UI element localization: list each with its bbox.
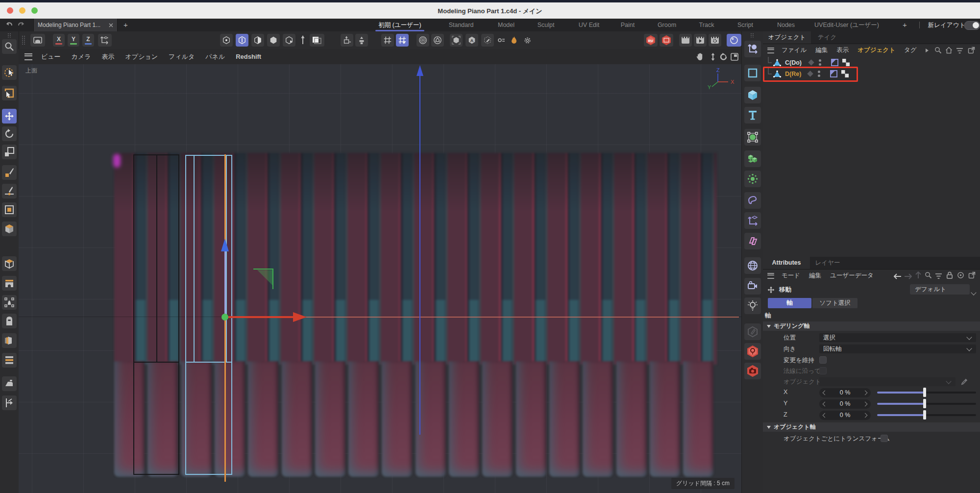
snap-align-icon[interactable] — [2, 395, 17, 410]
gizmo-plane-handle-v[interactable] — [272, 269, 273, 289]
attr-new-window-icon[interactable] — [968, 271, 976, 281]
menu-options[interactable]: オプション — [125, 52, 158, 61]
redshift-light-icon[interactable] — [744, 343, 761, 360]
new-layout-button[interactable]: 新レイアウト — [928, 19, 965, 31]
attr-filter-icon[interactable] — [935, 272, 942, 281]
model-mode-icon[interactable] — [267, 34, 280, 47]
om-filter-icon[interactable] — [956, 47, 963, 56]
phong-tag-icon[interactable] — [831, 59, 838, 66]
preset-chevron-icon[interactable] — [972, 288, 976, 296]
axis-x-lock-button[interactable]: X — [53, 34, 65, 47]
gizmo-x-arrow[interactable] — [293, 312, 307, 322]
boolean-slice-icon[interactable] — [2, 333, 17, 348]
layout-tab-sculpt[interactable]: Sculpt — [538, 19, 555, 31]
toolbar-grip[interactable] — [22, 35, 25, 45]
document-tab[interactable]: Modeling Piano Part 1... — [33, 19, 118, 31]
mode-tab-soft-selection[interactable]: ソフト選択 — [812, 298, 858, 308]
object-axis-section-header[interactable]: オブジェクト軸 — [763, 422, 980, 432]
layout-tab-paint[interactable]: Paint — [621, 19, 635, 31]
enable-axis-icon[interactable] — [341, 34, 353, 47]
layer-diamond-icon[interactable] — [808, 59, 815, 66]
light-icon[interactable] — [744, 297, 761, 314]
tab-objects[interactable]: オブジェクト — [763, 31, 811, 44]
instance-icon[interactable] — [744, 233, 761, 249]
rotate-tool-icon[interactable] — [2, 126, 17, 141]
rectangle-selection-icon[interactable] — [2, 86, 17, 100]
om-new-window-icon[interactable] — [968, 47, 975, 56]
close-tab-icon[interactable] — [109, 23, 113, 27]
visibility-toggle-icon[interactable] — [497, 34, 506, 47]
redshift-material-icon[interactable] — [744, 323, 761, 340]
viewport-button-icon[interactable] — [30, 34, 45, 47]
attr-menu-mode[interactable]: モード — [782, 271, 800, 280]
orientation-dropdown[interactable]: 回転軸 — [819, 345, 976, 353]
z-slider[interactable] — [877, 410, 976, 420]
subdivision-generator-icon[interactable] — [744, 129, 761, 146]
render-animation-icon[interactable] — [694, 34, 707, 47]
viewport-menu-icon[interactable] — [24, 53, 32, 60]
axis-y-lock-button[interactable]: Y — [68, 34, 79, 47]
extrude-cube-icon[interactable] — [2, 256, 17, 271]
modeling-axis-section-header[interactable]: モデリング軸 — [763, 321, 980, 331]
text-object-icon[interactable] — [744, 107, 761, 123]
x-slider[interactable] — [877, 387, 976, 398]
layout-lock-toggle[interactable] — [964, 21, 980, 30]
om-menu-file[interactable]: ファイル — [782, 46, 807, 54]
null-axis-icon[interactable] — [744, 212, 761, 229]
mode-tab-axis[interactable]: 軸 — [768, 298, 811, 308]
volume-mesh-icon[interactable] — [2, 314, 17, 328]
om-search-icon[interactable] — [934, 47, 942, 56]
iron-tool-icon[interactable] — [2, 376, 17, 391]
redshift-camera-icon[interactable] — [744, 363, 761, 379]
add-layout-button[interactable]: + — [903, 19, 907, 31]
render-view-icon[interactable] — [679, 34, 692, 47]
solo-dotted-icon[interactable] — [481, 34, 494, 47]
rotation-quantize-icon[interactable] — [431, 34, 444, 47]
render-settings-icon[interactable] — [709, 34, 721, 47]
gizmo-x-shaft[interactable] — [228, 316, 293, 318]
field-generator-icon[interactable] — [744, 171, 761, 187]
layout-tab-model[interactable]: Model — [498, 19, 514, 31]
layout-tab-track[interactable]: Track — [699, 19, 714, 31]
pan-hand-icon[interactable] — [696, 53, 704, 63]
points-mode-icon[interactable] — [220, 34, 233, 47]
om-home-icon[interactable] — [945, 47, 953, 56]
z-spinner[interactable]: 0 % — [819, 411, 871, 420]
move-tool-icon[interactable] — [2, 109, 17, 123]
rectangle-primitive-icon[interactable] — [2, 202, 17, 217]
tab-layers[interactable]: レイヤー — [810, 257, 845, 269]
position-dropdown[interactable]: 選択 — [819, 333, 976, 342]
snap-axis-icon[interactable] — [355, 34, 368, 47]
om-menu-view[interactable]: 表示 — [836, 46, 849, 54]
eyedropper-icon[interactable] — [961, 378, 968, 387]
burn-icon[interactable] — [510, 34, 518, 47]
redo-icon[interactable] — [17, 21, 25, 31]
axis-z-lock-button[interactable]: Z — [82, 34, 94, 47]
layout-tab-uvedit[interactable]: UV Edit — [579, 19, 599, 31]
orbit-icon[interactable] — [719, 53, 728, 63]
edges-mode-icon[interactable] — [236, 34, 248, 47]
attr-forward-icon[interactable] — [904, 272, 912, 281]
layout-tab-groom[interactable]: Groom — [658, 19, 676, 31]
attr-menu-edit[interactable]: 編集 — [809, 271, 821, 280]
menu-panel[interactable]: パネル — [205, 52, 225, 61]
quantize-icon[interactable] — [416, 34, 429, 47]
gizmo-plane-handle-h[interactable] — [253, 269, 273, 270]
attr-menu-userdata[interactable]: ユーザーデータ — [830, 271, 874, 280]
attr-target-icon[interactable] — [957, 271, 964, 281]
attr-menu-icon[interactable] — [767, 273, 774, 279]
deformer-icon[interactable] — [744, 192, 761, 209]
menu-camera[interactable]: カメラ — [72, 52, 91, 61]
interactive-render-region-icon[interactable] — [727, 34, 741, 47]
x-spinner[interactable]: 0 % — [819, 388, 871, 397]
object-axis-icon[interactable] — [298, 34, 307, 47]
coordinate-system-icon[interactable] — [98, 34, 112, 47]
visibility-dots-icon[interactable] — [819, 59, 821, 66]
zoom-updown-icon[interactable] — [710, 53, 716, 63]
grid-toggle-icon[interactable] — [381, 34, 394, 47]
om-menu-tags[interactable]: タグ — [904, 46, 917, 54]
keep-changes-checkbox[interactable] — [819, 356, 827, 364]
volume-builder-icon[interactable] — [744, 150, 761, 167]
pen-tool-icon[interactable] — [2, 165, 17, 180]
attr-back-icon[interactable] — [894, 272, 902, 281]
